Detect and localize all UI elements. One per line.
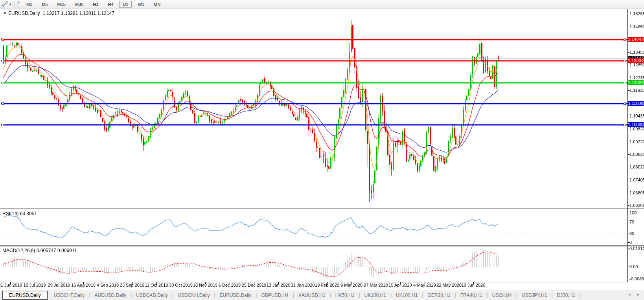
timeframe-button-d1[interactable]: D1 (119, 1, 132, 8)
price-axis-label: 1.10435 (629, 113, 644, 118)
tab-separator: | (293, 293, 294, 298)
chart-tab-uk100-h1[interactable]: UK100,H1 (361, 291, 390, 299)
chart-tab-usdcnh-daily[interactable]: USDCNH,Daily (174, 291, 213, 299)
tab-separator: | (422, 293, 423, 298)
rsi-indicator-label: RSI(14) 63.3051 (2, 211, 37, 216)
tab-separator: | (89, 293, 90, 298)
macd-axis-label: -0.008933 (629, 276, 644, 281)
date-label: 4 May 2020 (411, 283, 438, 287)
tab-scroll-arrows: ◄ ► (627, 293, 640, 296)
date-label: 9 Mar 2020 (338, 283, 365, 287)
mt4-window: ▼ M1M5M15M30H1H4D1W1MN ▼EURUSD,Daily 1.1… (0, 0, 644, 300)
price-axis-label: 1.13450 (629, 50, 644, 55)
date-label: 10 Jun 2020 (460, 283, 487, 287)
rsi-axis-label: 0 (629, 240, 632, 245)
price-chart-canvas[interactable] (0, 0, 644, 300)
collapse-triangle-icon[interactable]: ▼ (3, 11, 7, 15)
timeframe-button-m15[interactable]: M15 (53, 1, 69, 8)
chart-tab-usoil-h4[interactable]: USOil,H4 (488, 291, 516, 299)
date-label: 6 Dec 2019 (216, 283, 243, 287)
price-axis-label: 1.08620 (629, 152, 644, 157)
date-label: 19 Feb 2020 (313, 283, 341, 287)
date-label: 10 Jul 2019 (21, 283, 48, 287)
macd-axis-label: 0.00 (629, 264, 638, 269)
toolbar-grip[interactable] (17, 1, 20, 7)
chart-tab-dj30-h1[interactable]: DJ30,H1 (553, 291, 580, 299)
macd-axis-label: 0.013121 (629, 246, 644, 251)
chart-symbol-label: EURUSD,Daily (8, 11, 40, 16)
date-label: 22 May 2020 (435, 283, 463, 287)
date-label: 15 Apr 2020 (386, 283, 414, 287)
tab-scroll-left-button[interactable]: ◄ (627, 293, 631, 296)
chart-tab-usdjpy-h1[interactable]: USDJPY,H1 (518, 291, 551, 299)
chart-tab-ger30-h1[interactable]: GER30,H1 (424, 291, 454, 299)
price-level-badge: 1.11009 (628, 101, 644, 106)
cursor-tool-button[interactable]: ▼ (0, 0, 13, 9)
tab-separator: | (455, 293, 456, 298)
price-axis-label: 1.07405 (629, 177, 644, 182)
tab-separator: | (551, 293, 552, 298)
chart-tab-gbpusd-h4[interactable]: GBPUSD,H4 (257, 291, 292, 299)
timeframe-button-m30[interactable]: M30 (72, 1, 87, 8)
chart-ohlc-values: 1.13217 1.13291 1.13011 1.13147 (42, 11, 114, 16)
price-axis-label: 1.15265 (629, 11, 644, 16)
chart-tab-usdchf-daily[interactable]: USDCHF,Daily (50, 291, 89, 299)
rsi-axis-label: 100 (629, 210, 637, 215)
timeframe-button-w1[interactable]: W1 (134, 1, 148, 8)
price-axis-label: 1.11635 (629, 88, 644, 93)
price-axis-label: 1.06205 (629, 203, 644, 208)
toolbar-separator (15, 1, 15, 8)
chart-tab-fra40-h1[interactable]: FRA40,H1 (456, 291, 486, 299)
chart-tab-xauusd-h1[interactable]: XAUUSD,H1 (294, 291, 329, 299)
tab-separator: | (256, 293, 257, 298)
chart-title: ▼EURUSD,Daily 1.13217 1.13291 1.13011 1.… (3, 11, 114, 16)
macd-indicator-label: MACD(12,26,9) 0.005747 0.006911 (2, 248, 77, 253)
date-label: 11 Oct 2019 (143, 283, 170, 287)
price-level-badge: 1.13034 (628, 58, 644, 63)
date-label: 21 Jun 2019 (0, 283, 24, 287)
tab-separator: | (487, 293, 488, 298)
chart-tab-audusd-daily[interactable]: AUDUSD,Daily (91, 291, 131, 299)
tab-separator: | (172, 293, 173, 298)
date-label: 27 Mar 2020 (362, 283, 390, 287)
chart-tab-eurusd-daily[interactable]: EURUSD,Daily (216, 291, 256, 299)
tab-separator: | (131, 293, 132, 298)
price-axis-label: 1.08020 (629, 165, 644, 169)
timeframe-button-h1[interactable]: H1 (89, 1, 102, 8)
timeframe-button-mn[interactable]: MN (150, 1, 164, 8)
price-axis-label: 1.06805 (629, 190, 644, 195)
tab-separator: | (330, 293, 331, 298)
rsi-axis-label: 70 (629, 220, 634, 224)
price-axis-label: 1.12235 (629, 75, 644, 80)
timeframe-buttons: M1M5M15M30H1H4D1W1MN (22, 1, 165, 8)
timeframe-toolbar: ▼ M1M5M15M30H1H4D1W1MN (0, 0, 644, 9)
trendline-cursor-icon (2, 1, 8, 7)
timeframe-button-h4[interactable]: H4 (104, 1, 117, 8)
date-label: 4 Sep 2019 (94, 283, 121, 287)
chart-tab-eurusd-daily[interactable]: EURUSD,Daily (2, 291, 48, 300)
tab-separator: | (390, 293, 392, 298)
date-label: 25 Dec 2019 (240, 283, 268, 287)
chart-tab-bar: EURUSD,DailyUSDCHF,Daily|AUDUSD,Daily|US… (0, 290, 644, 300)
tab-separator: | (214, 293, 215, 298)
timeframe-button-m1[interactable]: M1 (23, 1, 36, 8)
chevron-down-icon[interactable]: ▼ (9, 3, 12, 6)
date-label: 29 Jul 2019 (45, 283, 73, 287)
date-label: 31 Jan 2020 (289, 283, 316, 287)
chart-tab-hk50-h1[interactable]: HK50,H1 (331, 291, 359, 299)
timeframe-button-m5[interactable]: M5 (38, 1, 51, 8)
tab-separator: | (359, 293, 360, 298)
price-axis-label: 1.09220 (629, 139, 644, 144)
tab-scroll-right-button[interactable]: ► (637, 293, 640, 296)
chart-tab-usdcad-daily[interactable]: USDCAD,Daily (132, 291, 172, 299)
chart-tab-uk100-h1[interactable]: UK100,H1 (392, 291, 421, 299)
price-level-badge: 1.10008 (628, 122, 644, 127)
tab-separator: | (516, 293, 517, 298)
date-label: 23 Sep 2019 (118, 283, 146, 287)
price-level-badge: 1.14047 (628, 37, 644, 42)
rsi-axis-label: 30 (629, 231, 634, 236)
price-axis-label: 1.14650 (629, 24, 644, 29)
date-label: 30 Oct 2019 (167, 283, 195, 287)
tab-separator: | (580, 293, 581, 298)
price-level-badge: 1.12004 (628, 80, 644, 85)
